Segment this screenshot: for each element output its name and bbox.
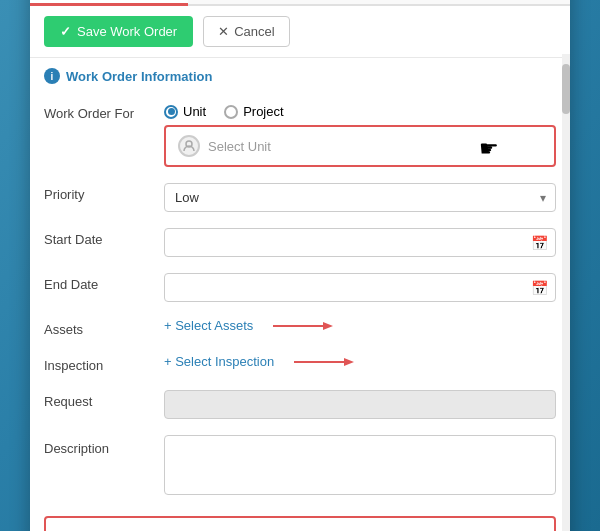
- inspection-arrow: [294, 355, 354, 369]
- cursor-hand-icon: ☛: [479, 136, 499, 162]
- toolbar: ✓ Save Work Order ✕ Cancel: [30, 6, 570, 58]
- priority-select[interactable]: Low Medium High: [164, 183, 556, 212]
- svg-marker-2: [323, 322, 333, 330]
- project-label: Project: [243, 104, 283, 119]
- tab-events-todos[interactable]: Events & To-Dos: [281, 0, 418, 6]
- select-assets-link[interactable]: + Select Assets: [164, 318, 253, 333]
- project-radio-option[interactable]: Project: [224, 104, 283, 119]
- request-input: [164, 390, 556, 419]
- inspection-row: Inspection + Select Inspection: [44, 346, 556, 382]
- priority-label: Priority: [44, 183, 164, 202]
- select-unit-placeholder: Select Unit: [208, 139, 271, 154]
- request-label: Request: [44, 390, 164, 409]
- cancel-button[interactable]: ✕ Cancel: [203, 16, 289, 47]
- assets-control: + Select Assets: [164, 318, 556, 333]
- assets-row: Assets + Select Assets: [44, 310, 556, 346]
- unit-project-radio-group: Unit Project: [164, 102, 556, 119]
- request-control: [164, 390, 556, 419]
- assets-arrow: [273, 319, 333, 333]
- tab-work-order-details[interactable]: Work Order Details: [30, 0, 188, 6]
- unit-icon: [178, 135, 200, 157]
- description-row: Description: [44, 427, 556, 506]
- select-inspection-row: + Select Inspection: [164, 354, 556, 369]
- end-date-row: End Date: [44, 265, 556, 310]
- start-date-input[interactable]: [164, 228, 556, 257]
- start-date-wrapper: [164, 228, 556, 257]
- work-order-for-row: Work Order For Unit Project: [44, 94, 556, 175]
- select-assets-row: + Select Assets: [164, 318, 556, 333]
- cancel-label: Cancel: [234, 24, 274, 39]
- checkmark-icon: ✓: [60, 24, 71, 39]
- form-body: Work Order For Unit Project: [30, 90, 570, 510]
- info-icon: i: [44, 68, 60, 84]
- unit-radio-option[interactable]: Unit: [164, 104, 206, 119]
- status-chevron-icon: ▾: [532, 527, 540, 531]
- request-row: Request: [44, 382, 556, 427]
- priority-control: Low Medium High: [164, 183, 556, 212]
- end-date-input[interactable]: [164, 273, 556, 302]
- start-date-row: Start Date: [44, 220, 556, 265]
- select-unit-box[interactable]: Select Unit ☛: [164, 125, 556, 167]
- section-header: i Work Order Information: [30, 58, 570, 90]
- description-label: Description: [44, 435, 164, 456]
- save-label: Save Work Order: [77, 24, 177, 39]
- set-status-bar[interactable]: Set Status ▾ ☛: [44, 516, 556, 531]
- unit-label: Unit: [183, 104, 206, 119]
- work-order-for-label: Work Order For: [44, 102, 164, 121]
- section-title: Work Order Information: [66, 69, 212, 84]
- start-date-label: Start Date: [44, 228, 164, 247]
- assets-label: Assets: [44, 318, 164, 337]
- end-date-label: End Date: [44, 273, 164, 292]
- inspection-label: Inspection: [44, 354, 164, 373]
- project-radio-dot: [224, 105, 238, 119]
- work-order-for-control: Unit Project Select Unit ☛: [164, 102, 556, 167]
- scrollbar-thumb[interactable]: [562, 64, 570, 114]
- svg-marker-4: [344, 358, 354, 366]
- description-textarea[interactable]: [164, 435, 556, 495]
- end-date-wrapper: [164, 273, 556, 302]
- close-icon: ✕: [218, 24, 229, 39]
- priority-select-wrapper: Low Medium High: [164, 183, 556, 212]
- save-work-order-button[interactable]: ✓ Save Work Order: [44, 16, 193, 47]
- tab-accounts[interactable]: Accounts: [188, 0, 281, 6]
- select-inspection-link[interactable]: + Select Inspection: [164, 354, 274, 369]
- priority-row: Priority Low Medium High: [44, 175, 556, 220]
- unit-radio-dot: [164, 105, 178, 119]
- inspection-control: + Select Inspection: [164, 354, 556, 369]
- start-date-control: [164, 228, 556, 257]
- end-date-control: [164, 273, 556, 302]
- scrollbar-track[interactable]: [562, 54, 570, 531]
- description-control: [164, 435, 556, 498]
